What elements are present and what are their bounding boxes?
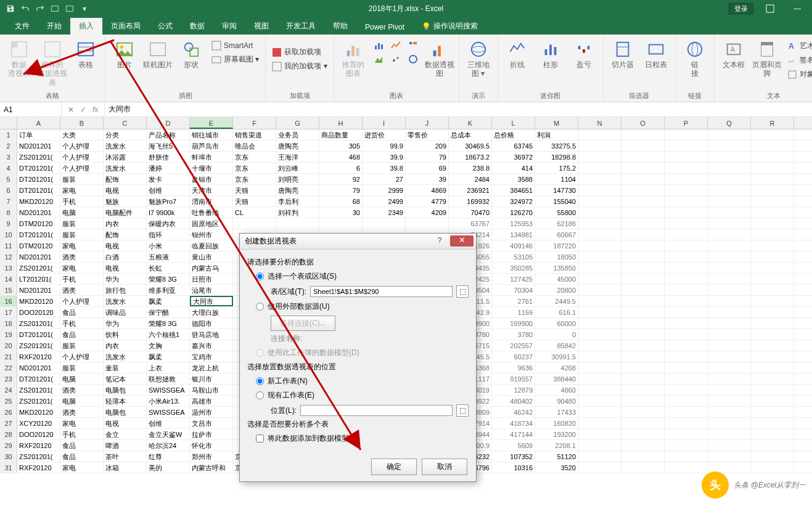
column-header[interactable]: I (363, 117, 406, 129)
cell[interactable]: 39.9 (363, 152, 406, 162)
cell[interactable]: 嘉兴市 (190, 340, 233, 351)
cell[interactable]: 内蒙古呼和 (190, 462, 233, 473)
pictures-button[interactable]: 图片 (109, 37, 140, 69)
header-cell[interactable]: 进货价 (363, 129, 406, 140)
cell[interactable]: MKD20120 (17, 196, 60, 206)
header-cell[interactable]: 业务员 (276, 129, 319, 140)
cell[interactable]: 409146 (492, 240, 535, 251)
cell[interactable]: 家电 (60, 185, 104, 195)
row-header[interactable]: 16 (0, 296, 17, 306)
cell[interactable]: LT201201( (17, 274, 60, 284)
smartart-button[interactable]: SmartArt (209, 39, 261, 52)
name-box[interactable] (0, 102, 62, 116)
cell[interactable]: 9636 (492, 362, 535, 373)
cell[interactable]: 17433 (535, 407, 578, 417)
cell[interactable]: 919557 (492, 373, 535, 384)
row-header[interactable]: 13 (0, 263, 17, 273)
cell[interactable]: 洗发水 (104, 163, 147, 173)
header-cell[interactable]: 订单 (17, 129, 60, 140)
cell[interactable]: 238.8 (449, 163, 492, 173)
cell[interactable]: 唐陶亮 (276, 141, 319, 151)
chart-type-icon[interactable] (371, 53, 387, 65)
cell[interactable]: 63767 (449, 218, 492, 229)
cell[interactable]: 个人护理 (60, 351, 104, 362)
cell[interactable]: 2499 (363, 196, 406, 206)
cell[interactable]: 食品 (60, 307, 104, 317)
fx-icon[interactable]: fx (90, 105, 100, 114)
ok-button[interactable]: 确定 (371, 459, 417, 475)
cell[interactable]: 305 (319, 141, 363, 151)
row-header[interactable]: 14 (0, 274, 17, 284)
cell[interactable]: 2349 (363, 207, 406, 218)
column-header[interactable]: K (449, 117, 492, 129)
cell[interactable]: ND201201 (17, 207, 60, 218)
cell[interactable]: 服装 (60, 229, 104, 240)
header-cell[interactable]: 销往城市 (190, 129, 233, 140)
row-header[interactable]: 19 (0, 329, 17, 340)
cell[interactable]: 创维 (147, 418, 190, 428)
column-header[interactable]: F (233, 117, 276, 129)
cell[interactable]: 90480 (535, 396, 578, 406)
cell[interactable]: 冰箱 (104, 462, 147, 473)
cell[interactable]: 4869 (406, 185, 449, 195)
chart-type-icon[interactable] (406, 53, 422, 65)
redo-icon[interactable] (33, 2, 47, 15)
cell[interactable]: 134881 (492, 229, 535, 240)
my-addins-button[interactable]: 我的加载项 ▾ (269, 60, 329, 73)
tab-home[interactable]: 开始 (38, 18, 70, 35)
tab-dev[interactable]: 开发工具 (277, 18, 324, 35)
cell[interactable]: 电脑 (60, 207, 104, 218)
cell[interactable]: ND201201 (17, 141, 60, 151)
cell[interactable]: 龙岩上杭 (190, 362, 233, 373)
chart-type-icon[interactable] (388, 53, 404, 65)
cell[interactable]: CL (233, 207, 276, 218)
cell[interactable]: 保暖内衣 (147, 218, 190, 229)
cell[interactable]: 2208.1 (535, 440, 578, 451)
cell[interactable]: 保宁醋 (147, 307, 190, 317)
ribbon-options-icon[interactable] (759, 0, 781, 17)
cell[interactable]: 维多利亚 (147, 285, 190, 295)
column-header[interactable]: J (406, 117, 449, 129)
header-cell[interactable]: 利润 (535, 129, 578, 140)
pivot-chart-button[interactable]: 数据透视图 (424, 37, 455, 78)
cell[interactable]: 30991.5 (535, 351, 578, 362)
cell[interactable]: 169900 (492, 318, 535, 328)
cell[interactable]: 324972 (492, 196, 535, 206)
row-header[interactable]: 4 (0, 163, 17, 173)
cell[interactable]: 文昌市 (190, 418, 233, 428)
cell[interactable]: 2484 (449, 174, 492, 184)
cell[interactable]: 99.9 (363, 141, 406, 151)
cell[interactable]: 60237 (492, 351, 535, 362)
column-header[interactable]: A (17, 117, 60, 129)
cell[interactable]: 384651 (492, 185, 535, 195)
cell[interactable]: 417144 (492, 429, 535, 439)
cell[interactable]: 手机 (60, 429, 104, 439)
cell[interactable]: 127425 (492, 274, 535, 284)
cell[interactable]: RXF20120 (17, 351, 60, 362)
cell[interactable]: 天猫 (233, 185, 276, 195)
column-header[interactable]: Q (708, 117, 751, 129)
pivot-table-button[interactable]: 数据 透视表 (4, 37, 35, 78)
row-header[interactable]: 2 (0, 141, 17, 151)
cell[interactable]: 啤酒 (104, 440, 147, 451)
cell[interactable]: 大同市 (190, 296, 233, 306)
cell[interactable]: 68 (319, 196, 363, 206)
cell[interactable]: DT201201( (17, 329, 60, 340)
cell[interactable]: 刘云峰 (276, 163, 319, 173)
cell[interactable]: 温州市 (190, 407, 233, 417)
cell[interactable]: 金立 (104, 429, 147, 439)
cell[interactable]: 18673.2 (449, 152, 492, 162)
cell[interactable]: 125953 (492, 218, 535, 229)
cell[interactable]: DT201201( (17, 174, 60, 184)
tab-layout[interactable]: 页面布局 (102, 18, 149, 35)
cell[interactable]: 电脑 (60, 373, 104, 384)
cell[interactable]: ND201201 (17, 362, 60, 373)
cell[interactable]: 轻薄本 (104, 396, 147, 406)
cell[interactable]: ZS201201( (17, 451, 60, 462)
online-pictures-button[interactable]: 联机图片 (142, 37, 173, 69)
cell[interactable]: 4779 (406, 196, 449, 206)
cell[interactable]: 怀化市 (190, 440, 233, 451)
qat-customize-icon[interactable]: ▾ (78, 2, 91, 15)
recommended-charts-button[interactable]: 推荐的 图表 (338, 37, 369, 78)
cell[interactable]: 食品 (60, 451, 104, 462)
